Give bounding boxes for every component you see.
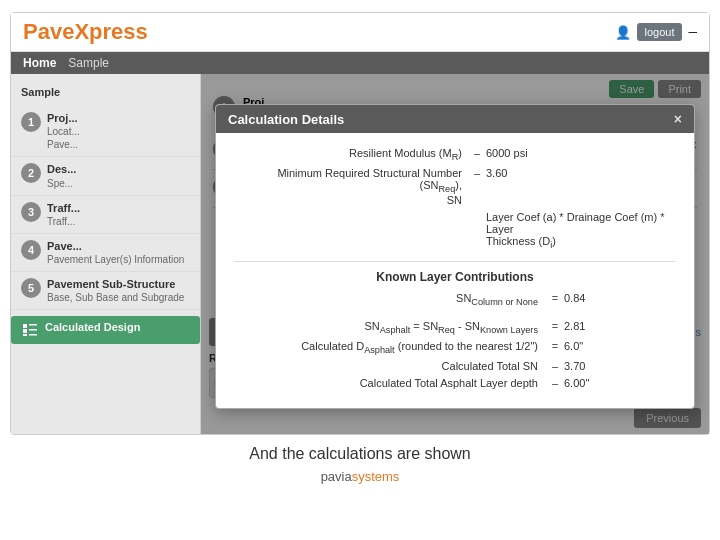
modal-title: Calculation Details <box>228 112 344 127</box>
modal-calc-row-3: Calculated Total SN – 3.70 <box>234 360 676 372</box>
calc-val-3: 3.70 <box>564 360 624 372</box>
svg-rect-3 <box>29 329 37 331</box>
resilient-value: 6000 psi <box>486 147 676 159</box>
calc-eq-2: = <box>546 340 564 352</box>
main-area: Sample 1 Proj... Locat...Pave... 2 Des..… <box>11 74 709 434</box>
sidebar-item-4[interactable]: 4 Pave... Pavement Layer(s) Information <box>11 234 200 272</box>
calc-val-1: 2.81 <box>564 320 624 332</box>
step-3-label: Traff... <box>47 201 80 215</box>
list-icon <box>21 321 39 339</box>
step-num-4: 4 <box>21 240 41 260</box>
sidebar-title: Sample <box>11 82 200 106</box>
calc-label-2: Calculated DAsphalt (rounded to the near… <box>286 340 546 355</box>
layer-coef-value: Layer Coef (a) * Drainage Coef (m) * Lay… <box>486 211 676 250</box>
nav-item-home[interactable]: Home <box>23 56 56 70</box>
calc-val-2: 6.0" <box>564 340 624 352</box>
modal-row-sn: Minimum Required Structural Number (SNRe… <box>234 167 676 206</box>
known-eq-1: = <box>546 292 564 304</box>
calc-eq-1: = <box>546 320 564 332</box>
header-right: 👤 logout ─ <box>615 23 698 41</box>
modal-overlay: Calculation Details × Resilient Modulus … <box>201 74 709 434</box>
sidebar-item-3[interactable]: 3 Traff... Traff... <box>11 196 200 234</box>
resilient-dash: – <box>468 147 486 159</box>
known-label-1: SNColumn or None <box>286 292 546 307</box>
sidebar: Sample 1 Proj... Locat...Pave... 2 Des..… <box>11 74 201 434</box>
svg-rect-4 <box>23 334 27 336</box>
known-val-1: 0.84 <box>564 292 624 304</box>
step-3-sub: Traff... <box>47 215 80 228</box>
app-header: PaveXpress 👤 logout ─ <box>11 13 709 52</box>
svg-rect-0 <box>23 324 27 328</box>
svg-rect-2 <box>23 329 27 333</box>
user-icon: 👤 <box>615 25 631 40</box>
sn-req-value: 3.60 <box>486 167 676 179</box>
minimize-icon[interactable]: ─ <box>688 25 697 39</box>
step-num-2: 2 <box>21 163 41 183</box>
bottom-text: And the calculations are shown <box>229 435 490 467</box>
modal-row-resilient: Resilient Modulus (MR) – 6000 psi <box>234 147 676 162</box>
sidebar-item-calculated-design[interactable]: Calculated Design <box>11 316 200 344</box>
known-section-title: Known Layer Contributions <box>234 270 676 284</box>
step-num-1: 1 <box>21 112 41 132</box>
modal-body: Resilient Modulus (MR) – 6000 psi Minimu… <box>216 133 694 408</box>
modal-known-row-1: SNColumn or None = 0.84 <box>234 292 676 307</box>
bottom-text-label: And the calculations are shown <box>249 445 470 462</box>
sidebar-item-1[interactable]: 1 Proj... Locat...Pave... <box>11 106 200 157</box>
modal-header: Calculation Details × <box>216 105 694 133</box>
app-logo: PaveXpress <box>23 19 148 45</box>
logo-pave: Pave <box>23 19 74 44</box>
step-num-5: 5 <box>21 278 41 298</box>
calc-label-3: Calculated Total SN <box>286 360 546 372</box>
footer-brand: paviasystems <box>321 467 400 490</box>
svg-rect-1 <box>29 324 37 326</box>
content-area: Save Print 1 Proj... Locat...Pave... 2 D… <box>201 74 709 434</box>
step-2-sub: Spe... <box>47 177 76 190</box>
app-container: PaveXpress 👤 logout ─ Home Sample Sample… <box>10 12 710 435</box>
sidebar-item-2[interactable]: 2 Des... Spe... <box>11 157 200 195</box>
modal-calc-row-1: SNAsphalt = SNReq - SNKnown Layers = 2.8… <box>234 320 676 335</box>
nav-bar: Home Sample <box>11 52 709 74</box>
footer-pavia: pavia <box>321 469 352 484</box>
calc-eq-4: – <box>546 377 564 389</box>
logo-xpress: Xpress <box>74 19 147 44</box>
step-2-label: Des... <box>47 162 76 176</box>
step-4-sub: Pavement Layer(s) Information <box>47 253 184 266</box>
step-4-label: Pave... <box>47 239 184 253</box>
step-1-sub: Locat...Pave... <box>47 125 80 151</box>
modal-calc-row-2: Calculated DAsphalt (rounded to the near… <box>234 340 676 355</box>
calc-eq-3: – <box>546 360 564 372</box>
logout-button[interactable]: logout <box>637 23 683 41</box>
sidebar-item-5[interactable]: 5 Pavement Sub-Structure Base, Sub Base … <box>11 272 200 310</box>
step-5-label: Pavement Sub-Structure <box>47 277 184 291</box>
step-5-sub: Base, Sub Base and Subgrade <box>47 291 184 304</box>
modal-row-layer-coef: Layer Coef (a) * Drainage Coef (m) * Lay… <box>234 211 676 250</box>
calc-val-4: 6.00" <box>564 377 624 389</box>
footer-systems: systems <box>352 469 400 484</box>
step-1-label: Proj... <box>47 111 80 125</box>
calculated-design-label: Calculated Design <box>45 321 140 333</box>
calculation-details-modal: Calculation Details × Resilient Modulus … <box>215 104 695 409</box>
modal-calc-row-4: Calculated Total Asphalt Layer depth – 6… <box>234 377 676 389</box>
calc-label-4: Calculated Total Asphalt Layer depth <box>286 377 546 389</box>
nav-item-sample[interactable]: Sample <box>68 56 109 70</box>
svg-rect-5 <box>29 334 37 336</box>
step-num-3: 3 <box>21 202 41 222</box>
modal-divider <box>234 261 676 262</box>
calc-label-1: SNAsphalt = SNReq - SNKnown Layers <box>286 320 546 335</box>
sn-req-dash: – <box>468 167 486 179</box>
sn-req-label: Minimum Required Structural Number (SNRe… <box>234 167 468 206</box>
resilient-label: Resilient Modulus (MR) <box>234 147 468 162</box>
modal-close-button[interactable]: × <box>674 111 682 127</box>
